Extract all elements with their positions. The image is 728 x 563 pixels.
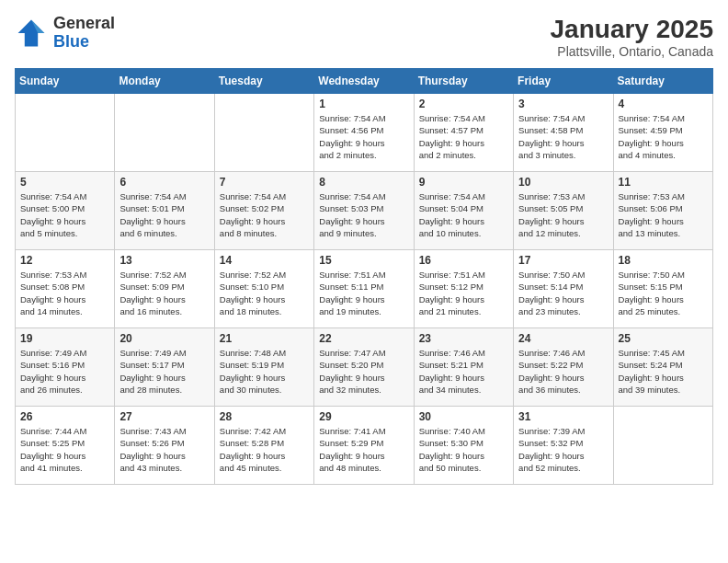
day-info: Sunrise: 7:40 AM Sunset: 5:30 PM Dayligh… [419, 425, 508, 474]
day-number: 12 [20, 254, 109, 267]
title-block: January 2025 Plattsville, Ontario, Canad… [551, 15, 713, 59]
day-cell [214, 94, 313, 172]
day-cell: 24Sunrise: 7:46 AM Sunset: 5:22 PM Dayli… [514, 328, 613, 407]
day-cell: 18Sunrise: 7:50 AM Sunset: 5:15 PM Dayli… [613, 250, 712, 328]
day-cell: 9Sunrise: 7:54 AM Sunset: 5:04 PM Daylig… [414, 172, 513, 250]
day-cell: 28Sunrise: 7:42 AM Sunset: 5:28 PM Dayli… [214, 407, 313, 485]
day-info: Sunrise: 7:46 AM Sunset: 5:22 PM Dayligh… [518, 347, 608, 396]
day-number: 7 [220, 176, 309, 189]
week-row-5: 26Sunrise: 7:44 AM Sunset: 5:25 PM Dayli… [16, 407, 713, 485]
day-cell: 31Sunrise: 7:39 AM Sunset: 5:32 PM Dayli… [514, 407, 613, 485]
day-number: 24 [518, 332, 608, 345]
week-row-2: 5Sunrise: 7:54 AM Sunset: 5:00 PM Daylig… [16, 172, 713, 250]
day-number: 19 [20, 332, 109, 345]
day-cell: 6Sunrise: 7:54 AM Sunset: 5:01 PM Daylig… [115, 172, 214, 250]
day-cell: 30Sunrise: 7:40 AM Sunset: 5:30 PM Dayli… [414, 407, 513, 485]
day-info: Sunrise: 7:50 AM Sunset: 5:14 PM Dayligh… [518, 269, 608, 317]
page: General Blue January 2025 Plattsville, O… [0, 0, 728, 500]
weekday-header-thursday: Thursday [414, 69, 513, 94]
weekday-header-tuesday: Tuesday [214, 69, 313, 94]
day-cell: 23Sunrise: 7:46 AM Sunset: 5:21 PM Dayli… [414, 328, 513, 407]
weekday-header-wednesday: Wednesday [314, 69, 414, 94]
day-number: 1 [319, 98, 408, 110]
day-cell: 26Sunrise: 7:44 AM Sunset: 5:25 PM Dayli… [16, 407, 115, 485]
day-cell: 4Sunrise: 7:54 AM Sunset: 4:59 PM Daylig… [613, 94, 712, 172]
day-number: 27 [119, 410, 209, 423]
day-info: Sunrise: 7:45 AM Sunset: 5:24 PM Dayligh… [619, 347, 708, 396]
day-cell: 10Sunrise: 7:53 AM Sunset: 5:05 PM Dayli… [514, 172, 613, 250]
day-info: Sunrise: 7:42 AM Sunset: 5:28 PM Dayligh… [220, 425, 309, 474]
day-cell: 20Sunrise: 7:49 AM Sunset: 5:17 PM Dayli… [115, 328, 214, 407]
day-number: 9 [419, 176, 508, 189]
day-info: Sunrise: 7:52 AM Sunset: 5:10 PM Dayligh… [220, 269, 309, 317]
day-number: 21 [220, 332, 309, 345]
logo-text: General Blue [53, 15, 115, 52]
day-info: Sunrise: 7:53 AM Sunset: 5:06 PM Dayligh… [619, 190, 708, 239]
day-cell: 17Sunrise: 7:50 AM Sunset: 5:14 PM Dayli… [514, 250, 613, 328]
day-info: Sunrise: 7:52 AM Sunset: 5:09 PM Dayligh… [119, 269, 209, 317]
logo: General Blue [15, 15, 115, 52]
day-cell: 19Sunrise: 7:49 AM Sunset: 5:16 PM Dayli… [16, 328, 115, 407]
day-cell: 11Sunrise: 7:53 AM Sunset: 5:06 PM Dayli… [613, 172, 712, 250]
day-info: Sunrise: 7:41 AM Sunset: 5:29 PM Dayligh… [319, 425, 408, 474]
day-number: 30 [419, 410, 508, 423]
day-cell: 3Sunrise: 7:54 AM Sunset: 4:58 PM Daylig… [514, 94, 613, 172]
day-info: Sunrise: 7:54 AM Sunset: 5:03 PM Dayligh… [319, 190, 408, 239]
weekday-header-saturday: Saturday [613, 69, 712, 94]
day-info: Sunrise: 7:54 AM Sunset: 5:01 PM Dayligh… [119, 190, 209, 239]
day-number: 20 [119, 332, 209, 345]
calendar-table: SundayMondayTuesdayWednesdayThursdayFrid… [15, 68, 713, 485]
day-cell: 8Sunrise: 7:54 AM Sunset: 5:03 PM Daylig… [314, 172, 414, 250]
day-cell: 25Sunrise: 7:45 AM Sunset: 5:24 PM Dayli… [613, 328, 712, 407]
day-cell [613, 407, 712, 485]
day-cell: 15Sunrise: 7:51 AM Sunset: 5:11 PM Dayli… [314, 250, 414, 328]
day-number: 15 [319, 254, 408, 267]
day-info: Sunrise: 7:43 AM Sunset: 5:26 PM Dayligh… [119, 425, 209, 474]
weekday-header-monday: Monday [115, 69, 214, 94]
day-info: Sunrise: 7:54 AM Sunset: 5:04 PM Dayligh… [419, 190, 508, 239]
day-info: Sunrise: 7:54 AM Sunset: 4:58 PM Dayligh… [518, 112, 608, 161]
day-number: 5 [20, 176, 109, 189]
header: General Blue January 2025 Plattsville, O… [15, 15, 713, 59]
day-number: 13 [119, 254, 209, 267]
day-cell: 12Sunrise: 7:53 AM Sunset: 5:08 PM Dayli… [16, 250, 115, 328]
day-number: 16 [419, 254, 508, 267]
day-cell: 14Sunrise: 7:52 AM Sunset: 5:10 PM Dayli… [214, 250, 313, 328]
day-info: Sunrise: 7:39 AM Sunset: 5:32 PM Dayligh… [518, 425, 608, 474]
day-info: Sunrise: 7:51 AM Sunset: 5:11 PM Dayligh… [319, 269, 408, 317]
day-number: 28 [220, 410, 309, 423]
day-number: 10 [518, 176, 608, 189]
day-number: 6 [119, 176, 209, 189]
week-row-4: 19Sunrise: 7:49 AM Sunset: 5:16 PM Dayli… [16, 328, 713, 407]
day-info: Sunrise: 7:48 AM Sunset: 5:19 PM Dayligh… [220, 347, 309, 396]
day-info: Sunrise: 7:54 AM Sunset: 4:59 PM Dayligh… [619, 112, 708, 161]
day-number: 14 [220, 254, 309, 267]
day-info: Sunrise: 7:44 AM Sunset: 5:25 PM Dayligh… [20, 425, 109, 474]
day-cell: 27Sunrise: 7:43 AM Sunset: 5:26 PM Dayli… [115, 407, 214, 485]
day-cell [115, 94, 214, 172]
day-info: Sunrise: 7:54 AM Sunset: 4:57 PM Dayligh… [419, 112, 508, 161]
day-info: Sunrise: 7:51 AM Sunset: 5:12 PM Dayligh… [419, 269, 508, 317]
day-info: Sunrise: 7:53 AM Sunset: 5:05 PM Dayligh… [518, 190, 608, 239]
day-info: Sunrise: 7:47 AM Sunset: 5:20 PM Dayligh… [319, 347, 408, 396]
day-cell: 5Sunrise: 7:54 AM Sunset: 5:00 PM Daylig… [16, 172, 115, 250]
logo-icon [15, 17, 48, 50]
day-number: 4 [619, 98, 708, 110]
day-info: Sunrise: 7:54 AM Sunset: 4:56 PM Dayligh… [319, 112, 408, 161]
calendar-subtitle: Plattsville, Ontario, Canada [551, 44, 713, 59]
day-info: Sunrise: 7:54 AM Sunset: 5:00 PM Dayligh… [20, 190, 109, 239]
day-number: 23 [419, 332, 508, 345]
day-info: Sunrise: 7:53 AM Sunset: 5:08 PM Dayligh… [20, 269, 109, 317]
day-cell: 22Sunrise: 7:47 AM Sunset: 5:20 PM Dayli… [314, 328, 414, 407]
day-info: Sunrise: 7:54 AM Sunset: 5:02 PM Dayligh… [220, 190, 309, 239]
day-cell: 1Sunrise: 7:54 AM Sunset: 4:56 PM Daylig… [314, 94, 414, 172]
day-number: 18 [619, 254, 708, 267]
day-info: Sunrise: 7:50 AM Sunset: 5:15 PM Dayligh… [619, 269, 708, 317]
day-number: 26 [20, 410, 109, 423]
day-number: 2 [419, 98, 508, 110]
day-cell: 2Sunrise: 7:54 AM Sunset: 4:57 PM Daylig… [414, 94, 513, 172]
day-number: 11 [619, 176, 708, 189]
day-cell: 16Sunrise: 7:51 AM Sunset: 5:12 PM Dayli… [414, 250, 513, 328]
day-number: 25 [619, 332, 708, 345]
day-cell: 13Sunrise: 7:52 AM Sunset: 5:09 PM Dayli… [115, 250, 214, 328]
